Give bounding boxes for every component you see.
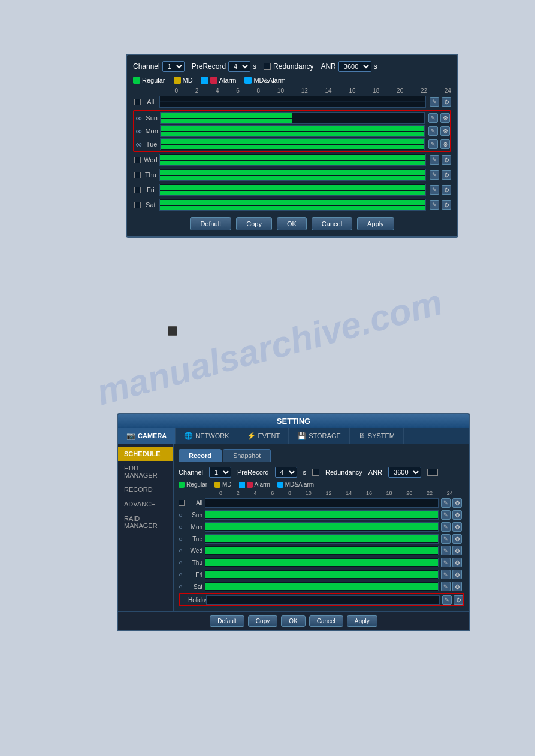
tue-pencil-icon[interactable]: ✎ — [428, 139, 438, 149]
wed-bar[interactable] — [159, 154, 426, 166]
sub-tab-snapshot[interactable]: Snapshot — [223, 449, 271, 462]
tue-link[interactable]: ∞ — [134, 140, 143, 148]
b-tue-pencil[interactable]: ✎ — [441, 534, 451, 544]
b-mon-gear[interactable]: ⚙ — [452, 522, 462, 532]
b-cancel-button[interactable]: Cancel — [309, 615, 343, 627]
b-wed-pencil[interactable]: ✎ — [441, 546, 451, 555]
b-thu-pencil[interactable]: ✎ — [441, 558, 451, 567]
cancel-button[interactable]: Cancel — [312, 217, 352, 230]
apply-button[interactable]: Apply — [357, 217, 394, 230]
b-tue-gear[interactable]: ⚙ — [452, 534, 462, 544]
b-fri-gear[interactable]: ⚙ — [452, 570, 462, 579]
sidebar-item-schedule[interactable]: SCHEDULE — [118, 447, 173, 461]
sun-pencil-icon[interactable]: ✎ — [428, 113, 438, 123]
b-holiday-gear[interactable]: ⚙ — [454, 595, 463, 605]
b-all-bar[interactable] — [205, 498, 439, 508]
fri-gear-icon[interactable]: ⚙ — [442, 185, 451, 195]
b-wed-bar[interactable] — [205, 546, 439, 555]
mon-pencil-icon[interactable]: ✎ — [428, 126, 438, 136]
b-sun-bar[interactable] — [205, 510, 439, 520]
b-alarm-checkbox[interactable] — [239, 482, 245, 488]
b-apply-button[interactable]: Apply — [347, 615, 377, 627]
nav-tab-storage[interactable]: 💾 STORAGE — [289, 428, 350, 444]
anr-select[interactable]: 3600 — [338, 61, 371, 72]
b-fri-label: Fri — [187, 572, 205, 578]
b-all-gear[interactable]: ⚙ — [452, 498, 462, 508]
b-sat-pencil[interactable]: ✎ — [441, 582, 451, 591]
sidebar-item-advance[interactable]: ADVANCE — [118, 497, 173, 511]
nav-tab-network[interactable]: 🌐 NETWORK — [176, 428, 238, 444]
prerecord-select[interactable]: 4 — [228, 61, 250, 72]
ok-button[interactable]: OK — [277, 217, 307, 230]
all-bar[interactable] — [159, 96, 426, 108]
b-channel-select[interactable]: 1 — [209, 467, 231, 478]
wed-gear-icon[interactable]: ⚙ — [442, 155, 451, 165]
sidebar-item-raid[interactable]: RAID MANAGER — [118, 511, 173, 533]
b-copy-button[interactable]: Copy — [248, 615, 277, 627]
sat-checkbox[interactable] — [133, 201, 142, 209]
b-wed-gear[interactable]: ⚙ — [452, 546, 462, 555]
b-sat-gear[interactable]: ⚙ — [452, 582, 462, 591]
copy-button[interactable]: Copy — [236, 217, 272, 230]
thu-pencil-icon[interactable]: ✎ — [430, 170, 439, 180]
nav-tab-camera[interactable]: 📷 CAMERA — [118, 428, 176, 444]
b-redundancy-checkbox[interactable] — [312, 469, 319, 476]
nav-tab-event[interactable]: ⚡ EVENT — [238, 428, 289, 444]
b-mon-bar[interactable] — [205, 522, 439, 532]
mon-label: Mon — [143, 127, 160, 135]
wed-checkbox[interactable] — [133, 156, 142, 164]
b-fri-pencil[interactable]: ✎ — [441, 570, 451, 579]
mon-gear-icon[interactable]: ⚙ — [440, 126, 450, 136]
legend-alarm: Alarm — [201, 77, 237, 84]
b-default-button[interactable]: Default — [210, 615, 244, 627]
b-mon-pencil[interactable]: ✎ — [441, 522, 451, 532]
default-button[interactable]: Default — [190, 217, 231, 230]
fri-checkbox[interactable] — [133, 186, 142, 194]
fri-bar[interactable] — [159, 184, 426, 196]
b-tue-bar[interactable] — [205, 534, 439, 544]
sidebar-item-record[interactable]: RECORD — [118, 482, 173, 497]
b-all-check[interactable] — [179, 500, 185, 506]
mon-link[interactable]: ∞ — [134, 127, 143, 135]
tue-gear-icon[interactable]: ⚙ — [440, 139, 450, 149]
redundancy-checkbox[interactable] — [264, 63, 271, 70]
b-holiday-pencil[interactable]: ✎ — [442, 595, 452, 605]
b-prerecord-unit: s — [303, 469, 307, 476]
b-thu-gear[interactable]: ⚙ — [452, 558, 462, 567]
b-ok-button[interactable]: OK — [281, 615, 305, 627]
alarm-checkbox[interactable] — [201, 77, 208, 84]
thu-gear-icon[interactable]: ⚙ — [442, 170, 451, 180]
b-holiday-bar[interactable] — [206, 595, 440, 605]
mon-bar[interactable] — [160, 125, 425, 137]
all-gear-icon[interactable]: ⚙ — [442, 97, 451, 107]
sat-bar[interactable] — [159, 199, 426, 211]
all-checkbox[interactable] — [133, 98, 142, 106]
content-area: SCHEDULE HDD MANAGER RECORD ADVANCE RAID… — [118, 444, 469, 611]
b-sun-pencil[interactable]: ✎ — [441, 510, 451, 520]
small-square-icon — [168, 326, 177, 336]
all-pencil-icon[interactable]: ✎ — [430, 97, 439, 107]
channel-select[interactable]: 1 — [162, 61, 185, 72]
tue-bar[interactable] — [160, 138, 425, 150]
b-fri-bar[interactable] — [205, 570, 439, 579]
nav-tab-system[interactable]: 🖥 SYSTEM — [350, 428, 404, 444]
sun-gear-icon[interactable]: ⚙ — [440, 113, 450, 123]
event-icon: ⚡ — [247, 432, 256, 440]
b-sat-bar[interactable] — [205, 582, 439, 591]
sub-tab-record[interactable]: Record — [179, 449, 222, 462]
sat-pencil-icon[interactable]: ✎ — [430, 200, 439, 210]
b-anr-select[interactable]: 3600 — [388, 467, 421, 478]
thu-checkbox[interactable] — [133, 171, 142, 179]
sun-bar[interactable] — [160, 112, 425, 124]
sat-gear-icon[interactable]: ⚙ — [442, 200, 451, 210]
wed-pencil-icon[interactable]: ✎ — [430, 155, 439, 165]
b-prerecord-select[interactable]: 4 — [275, 467, 297, 478]
b-thu-bar[interactable] — [205, 558, 439, 567]
sun-link[interactable]: ∞ — [134, 114, 143, 122]
b-all-pencil[interactable]: ✎ — [441, 498, 451, 508]
fri-pencil-icon[interactable]: ✎ — [430, 185, 439, 195]
sidebar-item-hdd[interactable]: HDD MANAGER — [118, 461, 173, 482]
b-anr-checkbox[interactable] — [427, 469, 438, 476]
thu-bar[interactable] — [159, 169, 426, 181]
b-sun-gear[interactable]: ⚙ — [452, 510, 462, 520]
